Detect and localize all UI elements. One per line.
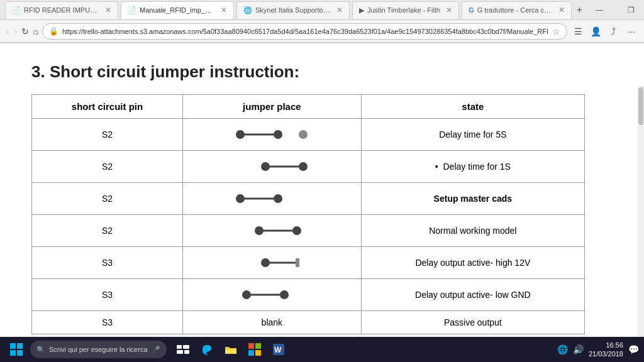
svg-rect-30 bbox=[248, 350, 254, 356]
profile-icon[interactable]: 👤 bbox=[589, 24, 604, 39]
store-button[interactable] bbox=[243, 338, 266, 361]
url-text: https://trello-attachments.s3.amazonaws.… bbox=[62, 28, 548, 35]
svg-rect-25 bbox=[177, 350, 183, 354]
microphone-icon: 🎤 bbox=[152, 346, 160, 354]
nav-bar: ‹ › ↻ ⌂ 🔒 https://trello-attachments.s3.… bbox=[0, 20, 644, 43]
edge-button[interactable] bbox=[196, 338, 218, 361]
table-row: S2 Setup master cads bbox=[32, 183, 585, 215]
close-tab-google[interactable]: ✕ bbox=[558, 6, 565, 14]
close-tab-manuale[interactable]: ✕ bbox=[221, 6, 227, 14]
svg-rect-20 bbox=[17, 343, 23, 349]
svg-rect-29 bbox=[255, 343, 261, 349]
svg-rect-31 bbox=[255, 350, 261, 356]
file-explorer-button[interactable] bbox=[219, 338, 242, 361]
table-header-row: short circuit pin jumper place state bbox=[32, 95, 585, 119]
svg-text:W: W bbox=[274, 346, 282, 354]
lock-icon: 🔒 bbox=[49, 27, 58, 36]
browser-extras: ☰ 👤 ⤴ ··· bbox=[571, 24, 639, 39]
state-cell: Normal working model bbox=[361, 215, 584, 247]
taskbar-search[interactable]: 🔍 Scrivi qui per eseguire la ricerca 🎤 bbox=[30, 341, 167, 358]
svg-point-2 bbox=[274, 130, 282, 139]
svg-rect-19 bbox=[10, 343, 16, 349]
pin-cell: S3 bbox=[32, 247, 183, 279]
jumper-cell bbox=[182, 151, 361, 183]
scrollbar[interactable] bbox=[638, 86, 644, 337]
close-tab-skynet[interactable]: ✕ bbox=[336, 6, 343, 14]
tab-google[interactable]: G G traduttore - Cerca con Goo ✕ bbox=[462, 1, 572, 19]
pin-cell: S2 bbox=[32, 119, 183, 151]
state-cell: Delay output active- low GND bbox=[361, 279, 584, 311]
table-row: S3 Delay output active- high 12V bbox=[32, 247, 585, 279]
search-icon: 🔍 bbox=[36, 346, 45, 354]
tab-rfid[interactable]: 📄 RFID READER IMPULSIVO B ✕ bbox=[5, 1, 118, 19]
svg-point-12 bbox=[292, 226, 301, 235]
svg-rect-27 bbox=[225, 349, 236, 354]
col-header-jumper: jumper place bbox=[182, 95, 361, 119]
svg-rect-24 bbox=[183, 345, 189, 349]
close-tab-rfid[interactable]: ✕ bbox=[105, 6, 111, 14]
jumper-cell bbox=[182, 215, 361, 247]
tab-skynet[interactable]: 🌐 Skynet Italia Supporto - Site ✕ bbox=[236, 1, 350, 19]
tab-justin[interactable]: ▶ Justin Timberlake - Filth ✕ bbox=[352, 1, 459, 19]
svg-rect-21 bbox=[10, 350, 16, 356]
taskbar-clock: 16:56 21/03/2018 bbox=[589, 341, 623, 359]
pin-cell: S3 bbox=[32, 311, 183, 334]
forward-button[interactable]: › bbox=[13, 23, 18, 40]
tab-manuale[interactable]: 📄 Manuale_RFID_imp_B_e ✕ bbox=[121, 1, 234, 19]
new-tab-button[interactable]: + bbox=[577, 4, 582, 16]
notification-icon[interactable]: 💬 bbox=[628, 344, 639, 354]
pin-cell: S2 bbox=[32, 183, 183, 215]
state-cell: • Delay time for 1S bbox=[361, 151, 584, 183]
svg-point-18 bbox=[280, 290, 289, 299]
volume-icon: 🔊 bbox=[573, 344, 584, 354]
taskbar: 🔍 Scrivi qui per eseguire la ricerca 🎤 bbox=[0, 337, 644, 362]
maximize-button[interactable]: ❐ bbox=[616, 0, 644, 20]
svg-rect-15 bbox=[296, 258, 299, 267]
state-cell: Delay time for 5S bbox=[361, 119, 584, 151]
table-row: S3 blank Passive output bbox=[32, 311, 585, 334]
more-icon[interactable]: ··· bbox=[624, 24, 639, 39]
taskview-button[interactable] bbox=[172, 338, 194, 361]
start-button[interactable] bbox=[5, 338, 28, 361]
state-cell: Setup master cads bbox=[361, 183, 584, 215]
home-button[interactable]: ⌂ bbox=[33, 23, 38, 40]
clock-date: 21/03/2018 bbox=[589, 349, 623, 358]
back-button[interactable]: ‹ bbox=[5, 23, 9, 40]
close-tab-justin[interactable]: ✕ bbox=[446, 6, 452, 14]
table-row: S2 Normal working model bbox=[32, 215, 585, 247]
jumper-cell: blank bbox=[182, 311, 361, 334]
taskbar-apps: W bbox=[172, 338, 290, 361]
state-cell: Delay output active- high 12V bbox=[361, 247, 584, 279]
page-content: 3. Short circuit jumper instruction: sho… bbox=[0, 43, 644, 337]
reading-list-icon[interactable]: ☰ bbox=[571, 24, 586, 39]
svg-point-9 bbox=[274, 194, 282, 203]
jumper-cell bbox=[182, 247, 361, 279]
refresh-button[interactable]: ↻ bbox=[21, 23, 29, 40]
jumper-cell bbox=[182, 183, 361, 215]
jumper-cell bbox=[182, 119, 361, 151]
pin-cell: S2 bbox=[32, 151, 183, 183]
page-title: 3. Short circuit jumper instruction: bbox=[31, 62, 613, 82]
title-bar: 📄 RFID READER IMPULSIVO B ✕ 📄 Manuale_RF… bbox=[0, 0, 644, 20]
svg-rect-26 bbox=[184, 350, 189, 354]
jumper-cell bbox=[182, 279, 361, 311]
svg-rect-22 bbox=[17, 350, 23, 356]
table-row: S2 • Delay time for 1S bbox=[32, 151, 585, 183]
search-placeholder: Scrivi qui per eseguire la ricerca bbox=[49, 346, 148, 353]
word-button[interactable]: W bbox=[267, 338, 290, 361]
table-row: S2 Delay time for 5S bbox=[32, 119, 585, 151]
pin-cell: S3 bbox=[32, 279, 183, 311]
minimize-button[interactable]: — bbox=[585, 0, 614, 20]
instruction-table: short circuit pin jumper place state S2 bbox=[31, 94, 585, 334]
address-bar[interactable]: 🔒 https://trello-attachments.s3.amazonaw… bbox=[42, 23, 567, 40]
bookmark-icon[interactable]: ☆ bbox=[552, 26, 560, 36]
share-icon[interactable]: ⤴ bbox=[606, 24, 621, 39]
col-header-state: state bbox=[361, 95, 584, 119]
svg-point-3 bbox=[299, 130, 308, 139]
svg-rect-23 bbox=[177, 345, 182, 349]
table-row: S3 Delay output active- low GND bbox=[32, 279, 585, 311]
scrollbar-thumb[interactable] bbox=[638, 87, 643, 125]
window-controls: — ❐ ✕ bbox=[585, 0, 644, 20]
state-cell: Passive output bbox=[361, 311, 584, 334]
svg-rect-28 bbox=[248, 343, 254, 349]
